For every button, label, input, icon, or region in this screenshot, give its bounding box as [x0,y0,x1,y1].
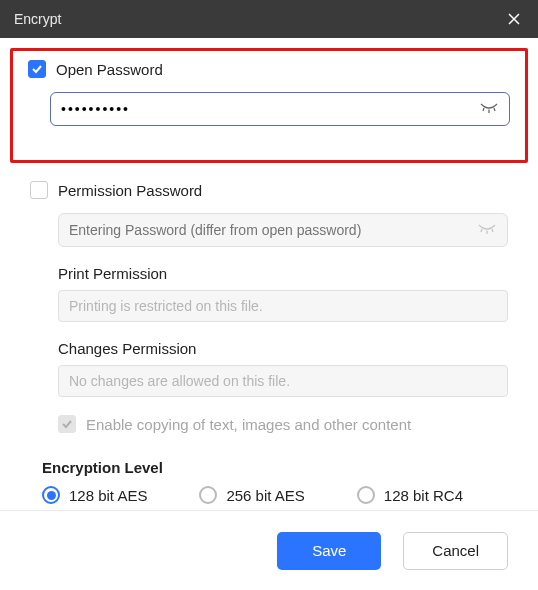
eye-closed-icon [480,102,498,114]
open-password-checkbox[interactable] [28,60,46,78]
save-button[interactable]: Save [277,532,381,570]
print-permission-select: Printing is restricted on this file. [58,290,508,322]
permission-password-label: Permission Password [58,182,202,199]
radio-256-aes[interactable]: 256 bit AES [199,486,304,504]
dialog-title: Encrypt [14,11,61,27]
close-button[interactable] [504,9,524,29]
show-password-toggle[interactable] [480,100,498,118]
permission-password-checkbox[interactable] [30,181,48,199]
close-icon [506,11,522,27]
show-permission-password-toggle [478,221,496,239]
eye-closed-icon [478,223,496,235]
check-icon [61,418,73,430]
radio-128-rc4[interactable]: 128 bit RC4 [357,486,463,504]
encryption-level-label: Encryption Level [42,459,528,476]
open-password-input[interactable] [50,92,510,126]
radio-label: 256 bit AES [226,487,304,504]
open-password-label: Open Password [56,61,163,78]
print-permission-label: Print Permission [58,265,508,282]
open-password-section: Open Password [10,48,528,163]
radio-button [42,486,60,504]
enable-copying-checkbox [58,415,76,433]
changes-permission-select: No changes are allowed on this file. [58,365,508,397]
encryption-level-group: 128 bit AES 256 bit AES 128 bit RC4 [42,486,528,504]
cancel-button[interactable]: Cancel [403,532,508,570]
radio-label: 128 bit AES [69,487,147,504]
enable-copying-label: Enable copying of text, images and other… [86,416,411,433]
titlebar: Encrypt [0,0,538,38]
print-permission-value: Printing is restricted on this file. [69,298,263,314]
dialog-footer: Save Cancel [0,510,538,590]
changes-permission-value: No changes are allowed on this file. [69,373,290,389]
radio-button [199,486,217,504]
radio-button [357,486,375,504]
radio-label: 128 bit RC4 [384,487,463,504]
radio-128-aes[interactable]: 128 bit AES [42,486,147,504]
permission-password-input [58,213,508,247]
changes-permission-label: Changes Permission [58,340,508,357]
check-icon [31,63,43,75]
